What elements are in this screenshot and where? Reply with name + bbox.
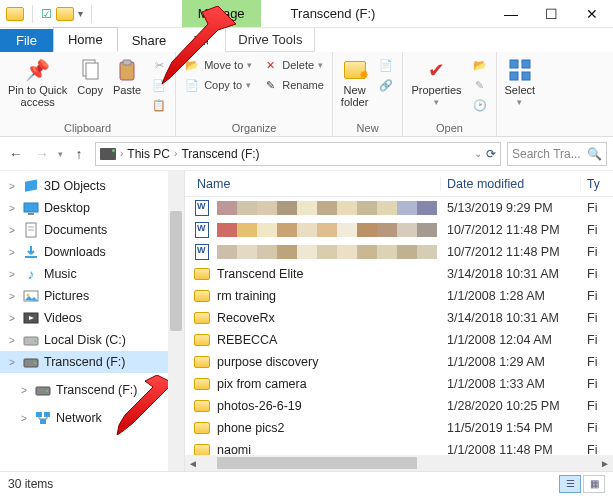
qat-checkbox-icon[interactable]: ☑: [41, 7, 52, 21]
refresh-icon[interactable]: ⟳: [486, 147, 496, 161]
move-to-button[interactable]: 📂Move to▾: [182, 56, 254, 74]
expand-icon[interactable]: >: [6, 269, 18, 280]
tree-label: 3D Objects: [44, 179, 106, 193]
copy-to-button[interactable]: 📄Copy to▾: [182, 76, 254, 94]
file-row[interactable]: Transcend Elite3/14/2018 10:31 AMFi: [185, 263, 613, 285]
ribbon-tabs: File Home Share View Drive Tools: [0, 28, 613, 52]
new-folder-button[interactable]: ✸ New folder: [339, 56, 371, 110]
tree-item-documents[interactable]: >Documents: [0, 219, 184, 241]
easy-access-button[interactable]: 🔗: [376, 76, 396, 94]
folder-icon: [193, 266, 211, 282]
file-row[interactable]: 10/7/2012 11:48 PMFi: [185, 241, 613, 263]
open-button[interactable]: 📂: [470, 56, 490, 74]
expand-icon[interactable]: >: [6, 313, 18, 324]
tree-item-music[interactable]: >♪Music: [0, 263, 184, 285]
breadcrumb-this-pc[interactable]: This PC: [127, 147, 170, 161]
tree-item-localc[interactable]: >Local Disk (C:): [0, 329, 184, 351]
expand-icon[interactable]: >: [18, 385, 30, 396]
tree-label: Pictures: [44, 289, 89, 303]
rename-button[interactable]: ✎Rename: [260, 76, 326, 94]
expand-icon[interactable]: >: [6, 247, 18, 258]
svg-rect-10: [25, 180, 37, 192]
up-button[interactable]: ↑: [69, 144, 89, 164]
expand-icon[interactable]: >: [6, 291, 18, 302]
context-tab-manage[interactable]: Manage: [182, 0, 261, 27]
tab-view[interactable]: View: [180, 29, 208, 52]
pin-quick-access-button[interactable]: 📌 Pin to Quick access: [6, 56, 69, 110]
tree-item-3d[interactable]: >3D Objects: [0, 175, 184, 197]
chevron-down-icon[interactable]: ⌄: [474, 148, 482, 159]
copy-path-button[interactable]: 📄: [149, 76, 169, 94]
tree-item-videos[interactable]: >Videos: [0, 307, 184, 329]
edit-icon: ✎: [472, 77, 488, 93]
qat-dropdown-icon[interactable]: ▾: [78, 8, 83, 19]
delete-button[interactable]: ✕Delete▾: [260, 56, 326, 74]
expand-icon[interactable]: >: [6, 203, 18, 214]
horizontal-scrollbar[interactable]: ◄►: [185, 455, 613, 471]
file-row[interactable]: RecoveRx3/14/2018 10:31 AMFi: [185, 307, 613, 329]
file-type: Fi: [587, 377, 597, 391]
expand-icon[interactable]: >: [6, 225, 18, 236]
icons-view-button[interactable]: ▦: [583, 475, 605, 493]
forward-button[interactable]: →: [32, 144, 52, 164]
select-button[interactable]: Select ▾: [503, 56, 538, 110]
folder-icon: [193, 376, 211, 392]
close-button[interactable]: ✕: [571, 0, 613, 28]
cut-button[interactable]: ✂: [149, 56, 169, 74]
file-row[interactable]: REBECCA1/1/2008 12:04 AMFi: [185, 329, 613, 351]
tree-icon: [22, 354, 40, 370]
paste-shortcut-button[interactable]: 📋: [149, 96, 169, 114]
file-date: 1/1/2008 1:28 AM: [447, 289, 587, 303]
expand-icon[interactable]: >: [6, 357, 18, 368]
chevron-right-icon[interactable]: ›: [174, 148, 177, 159]
qat-folder-icon[interactable]: [56, 7, 74, 21]
history-button[interactable]: 🕑: [470, 96, 490, 114]
back-button[interactable]: ←: [6, 144, 26, 164]
file-row[interactable]: photos-26-6-191/28/2020 10:25 PMFi: [185, 395, 613, 417]
col-date[interactable]: Date modified: [440, 177, 580, 191]
chevron-right-icon[interactable]: ›: [120, 148, 123, 159]
column-headers[interactable]: Name Date modified Ty: [185, 171, 613, 197]
tree-item-network[interactable]: >Network: [0, 407, 184, 429]
file-row[interactable]: rm training1/1/2008 1:28 AMFi: [185, 285, 613, 307]
file-row[interactable]: phone pics211/5/2019 1:54 PMFi: [185, 417, 613, 439]
properties-button[interactable]: ✔ Properties ▾: [409, 56, 463, 110]
paste-button[interactable]: Paste: [111, 56, 143, 98]
recent-locations-icon[interactable]: ▾: [58, 149, 63, 159]
search-input[interactable]: Search Tra... 🔍: [507, 142, 607, 166]
details-view-button[interactable]: ☰: [559, 475, 581, 493]
file-name: purpose discovery: [217, 355, 447, 369]
new-item-button[interactable]: 📄: [376, 56, 396, 74]
quick-access-toolbar: ☑ ▾: [0, 5, 96, 23]
tab-file[interactable]: File: [0, 29, 53, 52]
copy-button[interactable]: Copy: [75, 56, 105, 98]
tree-item-downloads[interactable]: >Downloads: [0, 241, 184, 263]
file-row[interactable]: purpose discovery1/1/2008 1:29 AMFi: [185, 351, 613, 373]
tree-item-transcendf2[interactable]: >Transcend (F:): [0, 379, 184, 401]
file-row[interactable]: pix from camera1/1/2008 1:33 AMFi: [185, 373, 613, 395]
col-type[interactable]: Ty: [580, 177, 600, 191]
tree-scrollbar[interactable]: [168, 171, 184, 471]
file-row[interactable]: 10/7/2012 11:48 PMFi: [185, 219, 613, 241]
breadcrumb[interactable]: › This PC › Transcend (F:) ⌄ ⟳: [95, 142, 501, 166]
edit-button[interactable]: ✎: [470, 76, 490, 94]
file-row[interactable]: 5/13/2019 9:29 PMFi: [185, 197, 613, 219]
file-type: Fi: [587, 245, 597, 259]
expand-icon[interactable]: >: [6, 335, 18, 346]
minimize-button[interactable]: —: [491, 0, 531, 28]
col-name[interactable]: Name: [185, 177, 440, 191]
tree-item-pictures[interactable]: >Pictures: [0, 285, 184, 307]
expand-icon[interactable]: >: [18, 413, 30, 424]
breadcrumb-location[interactable]: Transcend (F:): [181, 147, 259, 161]
tree-item-desktop[interactable]: >Desktop: [0, 197, 184, 219]
file-row[interactable]: naomi1/1/2008 11:48 PMFi: [185, 439, 613, 455]
tree-icon: [22, 200, 40, 216]
tab-share[interactable]: Share: [118, 29, 181, 52]
tab-home[interactable]: Home: [53, 27, 118, 52]
tree-item-transcendf[interactable]: >Transcend (F:): [0, 351, 184, 373]
nav-tree[interactable]: >3D Objects>Desktop>Documents>Downloads>…: [0, 171, 185, 471]
svg-point-26: [46, 390, 48, 392]
expand-icon[interactable]: >: [6, 181, 18, 192]
tab-drive-tools[interactable]: Drive Tools: [225, 28, 315, 52]
maximize-button[interactable]: ☐: [531, 0, 571, 28]
